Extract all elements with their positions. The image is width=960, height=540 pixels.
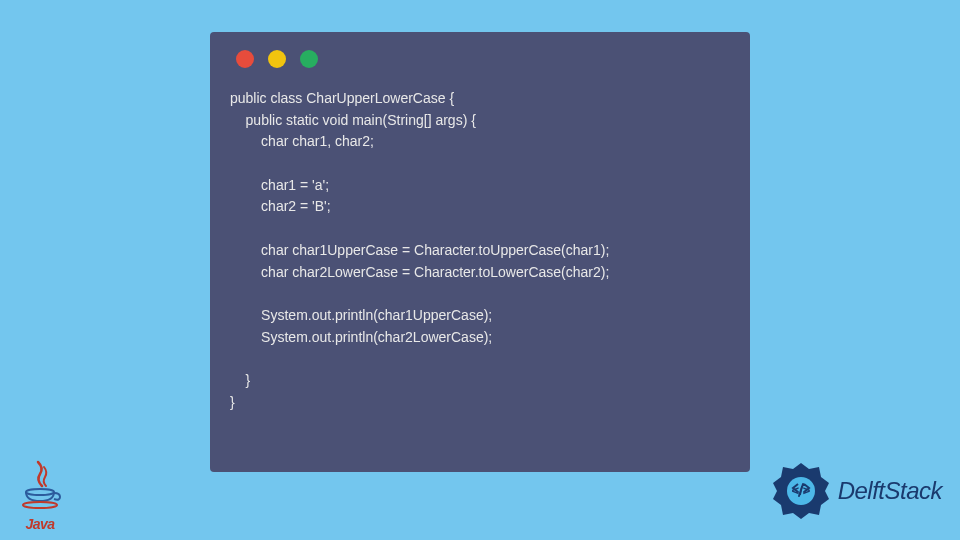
minimize-icon[interactable] [268, 50, 286, 68]
svg-text:</>: </> [791, 483, 810, 498]
delftstack-logo-text: DelftStack [838, 477, 942, 505]
code-line: char1 = 'a'; [230, 177, 329, 193]
svg-point-0 [26, 489, 54, 495]
code-window: public class CharUpperLowerCase { public… [210, 32, 750, 472]
code-line: } [230, 372, 250, 388]
svg-point-1 [23, 502, 57, 508]
delftstack-logo: </> DelftStack [770, 460, 942, 522]
code-line: char char1, char2; [230, 133, 374, 149]
maximize-icon[interactable] [300, 50, 318, 68]
delftstack-badge-icon: </> [770, 460, 832, 522]
code-block: public class CharUpperLowerCase { public… [230, 88, 730, 413]
java-logo-text: Java [25, 516, 54, 532]
code-line: public class CharUpperLowerCase { [230, 90, 454, 106]
code-line: public static void main(String[] args) { [230, 112, 476, 128]
code-line: char2 = 'B'; [230, 198, 331, 214]
java-logo: Java [18, 459, 62, 532]
code-line: char char1UpperCase = Character.toUpperC… [230, 242, 609, 258]
close-icon[interactable] [236, 50, 254, 68]
java-cup-icon [18, 459, 62, 514]
code-line: char char2LowerCase = Character.toLowerC… [230, 264, 609, 280]
code-line: System.out.println(char1UpperCase); [230, 307, 492, 323]
code-line: } [230, 394, 235, 410]
window-controls [230, 50, 730, 68]
code-line: System.out.println(char2LowerCase); [230, 329, 492, 345]
